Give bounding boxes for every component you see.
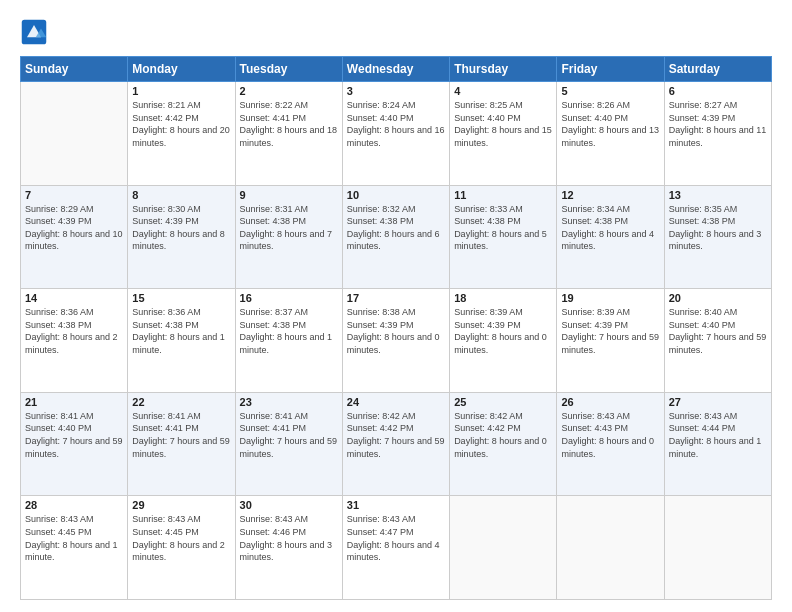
header <box>20 18 772 46</box>
day-number: 30 <box>240 499 338 511</box>
calendar-week-row: 7Sunrise: 8:29 AMSunset: 4:39 PMDaylight… <box>21 185 772 289</box>
calendar-cell: 1Sunrise: 8:21 AMSunset: 4:42 PMDaylight… <box>128 82 235 186</box>
calendar-cell: 9Sunrise: 8:31 AMSunset: 4:38 PMDaylight… <box>235 185 342 289</box>
cell-info: Sunrise: 8:39 AMSunset: 4:39 PMDaylight:… <box>561 306 659 356</box>
day-number: 18 <box>454 292 552 304</box>
day-number: 22 <box>132 396 230 408</box>
day-number: 9 <box>240 189 338 201</box>
cell-info: Sunrise: 8:21 AMSunset: 4:42 PMDaylight:… <box>132 99 230 149</box>
cell-info: Sunrise: 8:40 AMSunset: 4:40 PMDaylight:… <box>669 306 767 356</box>
calendar-cell: 6Sunrise: 8:27 AMSunset: 4:39 PMDaylight… <box>664 82 771 186</box>
cell-info: Sunrise: 8:36 AMSunset: 4:38 PMDaylight:… <box>132 306 230 356</box>
day-number: 7 <box>25 189 123 201</box>
day-number: 8 <box>132 189 230 201</box>
calendar-cell <box>450 496 557 600</box>
cell-info: Sunrise: 8:24 AMSunset: 4:40 PMDaylight:… <box>347 99 445 149</box>
day-number: 2 <box>240 85 338 97</box>
day-number: 24 <box>347 396 445 408</box>
day-header-monday: Monday <box>128 57 235 82</box>
cell-info: Sunrise: 8:29 AMSunset: 4:39 PMDaylight:… <box>25 203 123 253</box>
calendar-cell: 8Sunrise: 8:30 AMSunset: 4:39 PMDaylight… <box>128 185 235 289</box>
cell-info: Sunrise: 8:41 AMSunset: 4:41 PMDaylight:… <box>240 410 338 460</box>
day-number: 12 <box>561 189 659 201</box>
day-number: 10 <box>347 189 445 201</box>
calendar-cell: 14Sunrise: 8:36 AMSunset: 4:38 PMDayligh… <box>21 289 128 393</box>
calendar-cell: 24Sunrise: 8:42 AMSunset: 4:42 PMDayligh… <box>342 392 449 496</box>
day-number: 23 <box>240 396 338 408</box>
cell-info: Sunrise: 8:22 AMSunset: 4:41 PMDaylight:… <box>240 99 338 149</box>
day-number: 29 <box>132 499 230 511</box>
calendar-cell: 12Sunrise: 8:34 AMSunset: 4:38 PMDayligh… <box>557 185 664 289</box>
cell-info: Sunrise: 8:27 AMSunset: 4:39 PMDaylight:… <box>669 99 767 149</box>
calendar-cell: 23Sunrise: 8:41 AMSunset: 4:41 PMDayligh… <box>235 392 342 496</box>
day-number: 14 <box>25 292 123 304</box>
day-number: 13 <box>669 189 767 201</box>
calendar-cell: 28Sunrise: 8:43 AMSunset: 4:45 PMDayligh… <box>21 496 128 600</box>
calendar-cell: 31Sunrise: 8:43 AMSunset: 4:47 PMDayligh… <box>342 496 449 600</box>
calendar-cell: 21Sunrise: 8:41 AMSunset: 4:40 PMDayligh… <box>21 392 128 496</box>
calendar-cell: 16Sunrise: 8:37 AMSunset: 4:38 PMDayligh… <box>235 289 342 393</box>
logo <box>20 18 52 46</box>
cell-info: Sunrise: 8:38 AMSunset: 4:39 PMDaylight:… <box>347 306 445 356</box>
cell-info: Sunrise: 8:43 AMSunset: 4:45 PMDaylight:… <box>132 513 230 563</box>
calendar-header-row: SundayMondayTuesdayWednesdayThursdayFrid… <box>21 57 772 82</box>
day-number: 20 <box>669 292 767 304</box>
calendar-cell: 30Sunrise: 8:43 AMSunset: 4:46 PMDayligh… <box>235 496 342 600</box>
calendar-cell: 22Sunrise: 8:41 AMSunset: 4:41 PMDayligh… <box>128 392 235 496</box>
calendar-cell: 4Sunrise: 8:25 AMSunset: 4:40 PMDaylight… <box>450 82 557 186</box>
cell-info: Sunrise: 8:43 AMSunset: 4:44 PMDaylight:… <box>669 410 767 460</box>
day-number: 31 <box>347 499 445 511</box>
cell-info: Sunrise: 8:42 AMSunset: 4:42 PMDaylight:… <box>454 410 552 460</box>
calendar-table: SundayMondayTuesdayWednesdayThursdayFrid… <box>20 56 772 600</box>
day-number: 5 <box>561 85 659 97</box>
cell-info: Sunrise: 8:41 AMSunset: 4:41 PMDaylight:… <box>132 410 230 460</box>
day-number: 21 <box>25 396 123 408</box>
cell-info: Sunrise: 8:31 AMSunset: 4:38 PMDaylight:… <box>240 203 338 253</box>
cell-info: Sunrise: 8:42 AMSunset: 4:42 PMDaylight:… <box>347 410 445 460</box>
day-number: 25 <box>454 396 552 408</box>
calendar-week-row: 1Sunrise: 8:21 AMSunset: 4:42 PMDaylight… <box>21 82 772 186</box>
cell-info: Sunrise: 8:43 AMSunset: 4:47 PMDaylight:… <box>347 513 445 563</box>
day-number: 15 <box>132 292 230 304</box>
cell-info: Sunrise: 8:30 AMSunset: 4:39 PMDaylight:… <box>132 203 230 253</box>
day-number: 28 <box>25 499 123 511</box>
day-number: 17 <box>347 292 445 304</box>
day-number: 1 <box>132 85 230 97</box>
calendar-cell: 3Sunrise: 8:24 AMSunset: 4:40 PMDaylight… <box>342 82 449 186</box>
cell-info: Sunrise: 8:37 AMSunset: 4:38 PMDaylight:… <box>240 306 338 356</box>
calendar-cell: 20Sunrise: 8:40 AMSunset: 4:40 PMDayligh… <box>664 289 771 393</box>
cell-info: Sunrise: 8:26 AMSunset: 4:40 PMDaylight:… <box>561 99 659 149</box>
page: SundayMondayTuesdayWednesdayThursdayFrid… <box>0 0 792 612</box>
calendar-cell: 10Sunrise: 8:32 AMSunset: 4:38 PMDayligh… <box>342 185 449 289</box>
calendar-cell: 11Sunrise: 8:33 AMSunset: 4:38 PMDayligh… <box>450 185 557 289</box>
day-number: 26 <box>561 396 659 408</box>
day-number: 27 <box>669 396 767 408</box>
calendar-cell: 19Sunrise: 8:39 AMSunset: 4:39 PMDayligh… <box>557 289 664 393</box>
calendar-cell: 29Sunrise: 8:43 AMSunset: 4:45 PMDayligh… <box>128 496 235 600</box>
calendar-cell: 2Sunrise: 8:22 AMSunset: 4:41 PMDaylight… <box>235 82 342 186</box>
calendar-cell: 18Sunrise: 8:39 AMSunset: 4:39 PMDayligh… <box>450 289 557 393</box>
calendar-cell: 26Sunrise: 8:43 AMSunset: 4:43 PMDayligh… <box>557 392 664 496</box>
calendar-cell: 13Sunrise: 8:35 AMSunset: 4:38 PMDayligh… <box>664 185 771 289</box>
day-header-wednesday: Wednesday <box>342 57 449 82</box>
calendar-cell <box>664 496 771 600</box>
cell-info: Sunrise: 8:34 AMSunset: 4:38 PMDaylight:… <box>561 203 659 253</box>
calendar-cell: 25Sunrise: 8:42 AMSunset: 4:42 PMDayligh… <box>450 392 557 496</box>
cell-info: Sunrise: 8:32 AMSunset: 4:38 PMDaylight:… <box>347 203 445 253</box>
calendar-cell: 27Sunrise: 8:43 AMSunset: 4:44 PMDayligh… <box>664 392 771 496</box>
calendar-cell <box>21 82 128 186</box>
cell-info: Sunrise: 8:41 AMSunset: 4:40 PMDaylight:… <box>25 410 123 460</box>
day-number: 16 <box>240 292 338 304</box>
day-header-tuesday: Tuesday <box>235 57 342 82</box>
logo-icon <box>20 18 48 46</box>
cell-info: Sunrise: 8:43 AMSunset: 4:45 PMDaylight:… <box>25 513 123 563</box>
day-number: 19 <box>561 292 659 304</box>
cell-info: Sunrise: 8:39 AMSunset: 4:39 PMDaylight:… <box>454 306 552 356</box>
cell-info: Sunrise: 8:36 AMSunset: 4:38 PMDaylight:… <box>25 306 123 356</box>
cell-info: Sunrise: 8:43 AMSunset: 4:43 PMDaylight:… <box>561 410 659 460</box>
cell-info: Sunrise: 8:25 AMSunset: 4:40 PMDaylight:… <box>454 99 552 149</box>
calendar-week-row: 14Sunrise: 8:36 AMSunset: 4:38 PMDayligh… <box>21 289 772 393</box>
calendar-cell: 15Sunrise: 8:36 AMSunset: 4:38 PMDayligh… <box>128 289 235 393</box>
day-number: 11 <box>454 189 552 201</box>
calendar-cell <box>557 496 664 600</box>
